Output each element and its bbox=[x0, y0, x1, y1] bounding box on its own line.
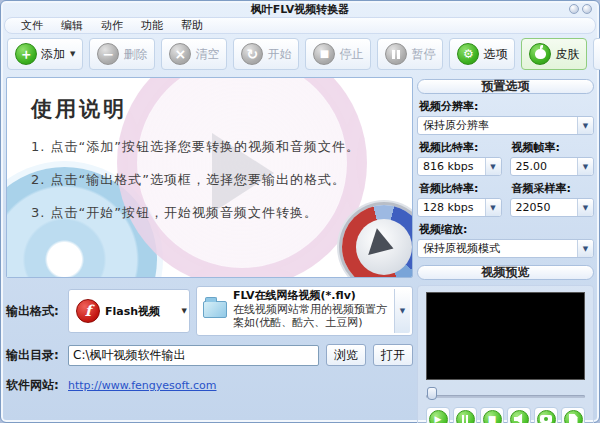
output-format-row: 输出格式: f Flash视频 ▼ FLV在线网络视频(*.flv) 在线视频网… bbox=[6, 286, 413, 336]
chevron-down-icon[interactable]: ▼ bbox=[577, 240, 593, 257]
format-select-value: Flash视频 bbox=[105, 304, 176, 319]
framerate-group: 视频帧率: 25.00 ▼ bbox=[510, 135, 595, 176]
resolution-label: 视频分辨率: bbox=[419, 99, 594, 114]
side-panel: 预置选项 视频分辨率: 保持原分辨率 ▼ 视频比特率: 816 kbps ▼ 视… bbox=[417, 77, 594, 423]
output-format-label: 输出格式: bbox=[6, 303, 68, 320]
left-column: 使用说明 1. 点击“添加”按钮选择您要转换的视频和音频文件。 2. 点击“输出… bbox=[6, 77, 413, 423]
options-button-label: 选项 bbox=[483, 46, 507, 63]
preview-snapshot-button[interactable] bbox=[534, 407, 558, 423]
framerate-label: 视频帧率: bbox=[512, 140, 595, 155]
stop-button[interactable]: ■ 停止 bbox=[305, 38, 371, 70]
apple-icon bbox=[529, 43, 551, 65]
close-button[interactable] bbox=[582, 4, 592, 14]
tools-icon: ⚙ bbox=[457, 43, 479, 65]
framerate-select[interactable]: 25.00 ▼ bbox=[510, 157, 595, 176]
delete-button[interactable]: − 删除 bbox=[89, 38, 155, 70]
instruction-step-1: 1. 点击“添加”按钮选择您要转换的视频和音频文件。 bbox=[31, 138, 412, 156]
video-bitrate-label: 视频比特率: bbox=[419, 140, 502, 155]
framerate-value: 25.00 bbox=[516, 160, 578, 173]
preview-pause-button[interactable] bbox=[453, 407, 477, 423]
chevron-down-icon[interactable]: ▼ bbox=[577, 117, 593, 134]
pause-button[interactable]: 暂停 bbox=[377, 38, 443, 70]
chevron-down-icon[interactable]: ▼ bbox=[577, 158, 593, 175]
preset-options-header: 预置选项 bbox=[417, 79, 594, 94]
instruction-step-2: 2. 点击“输出格式”选项框，选择您要输出的格式。 bbox=[31, 171, 412, 189]
video-bitrate-group: 视频比特率: 816 kbps ▼ bbox=[417, 135, 502, 176]
video-zoom-label: 视频缩放: bbox=[419, 222, 594, 237]
menu-bar: 文件 编辑 动作 功能 帮助 bbox=[4, 17, 596, 34]
preset-description: 在线视频网站常用的视频预置方案如(优酷、酷六、土豆网) bbox=[233, 303, 388, 329]
menu-file[interactable]: 文件 bbox=[13, 17, 51, 34]
audio-bitrate-group: 音频比特率: 128 kbps ▼ bbox=[417, 176, 502, 217]
folder-icon bbox=[203, 301, 227, 318]
menu-edit[interactable]: 编辑 bbox=[53, 17, 91, 34]
video-preview-panel: ▶ ■ bbox=[417, 285, 594, 423]
minus-icon: − bbox=[97, 43, 119, 65]
content-area: 使用说明 1. 点击“添加”按钮选择您要转换的视频和音频文件。 2. 点击“输出… bbox=[1, 75, 599, 423]
stop-button-label: 停止 bbox=[339, 46, 363, 63]
preview-play-button[interactable]: ▶ bbox=[426, 407, 450, 423]
open-button[interactable]: 打开 bbox=[373, 344, 413, 366]
app-window: 枫叶FLV视频转换器 文件 编辑 动作 功能 帮助 ＋ 添加 ▼ − 删除 × … bbox=[0, 0, 600, 423]
minimize-button[interactable] bbox=[569, 4, 579, 14]
buy-button[interactable]: 购买 bbox=[593, 38, 600, 70]
video-zoom-select[interactable]: 保持原视频模式 ▼ bbox=[417, 239, 594, 258]
audio-bitrate-label: 音频比特率: bbox=[419, 181, 502, 196]
pause-button-label: 暂停 bbox=[411, 46, 435, 63]
resolution-value: 保持原分辨率 bbox=[423, 118, 577, 133]
preview-stop-button[interactable]: ■ bbox=[480, 407, 504, 423]
menu-function[interactable]: 功能 bbox=[133, 17, 171, 34]
resolution-select[interactable]: 保持原分辨率 ▼ bbox=[417, 116, 594, 135]
output-directory-input[interactable] bbox=[68, 345, 319, 366]
window-title: 枫叶FLV视频转换器 bbox=[251, 2, 350, 17]
seek-track[interactable] bbox=[426, 395, 585, 398]
preset-select[interactable]: FLV在线网络视频(*.flv) 在线视频网站常用的视频预置方案如(优酷、酷六、… bbox=[196, 286, 413, 336]
pause-icon bbox=[385, 43, 407, 65]
preset-text: FLV在线网络视频(*.flv) 在线视频网站常用的视频预置方案如(优酷、酷六、… bbox=[233, 289, 388, 329]
chevron-down-icon[interactable]: ▼ bbox=[394, 289, 410, 333]
sample-rate-group: 音频采样率: 22050 ▼ bbox=[510, 176, 595, 217]
menu-action[interactable]: 动作 bbox=[93, 17, 131, 34]
menu-help[interactable]: 帮助 bbox=[173, 17, 211, 34]
start-icon: ↻ bbox=[241, 43, 263, 65]
browse-button[interactable]: 浏览 bbox=[326, 344, 366, 366]
instruction-step-3: 3. 点击“开始”按钮，开始视频音频文件转换。 bbox=[31, 204, 412, 222]
start-button[interactable]: ↻ 开始 bbox=[233, 38, 299, 70]
add-button[interactable]: ＋ 添加 ▼ bbox=[7, 38, 83, 70]
chevron-down-icon[interactable]: ▼ bbox=[485, 199, 501, 216]
video-zoom-value: 保持原视频模式 bbox=[423, 241, 577, 256]
clear-button[interactable]: × 清空 bbox=[161, 38, 227, 70]
preset-title: FLV在线网络视频(*.flv) bbox=[233, 289, 388, 303]
sample-rate-select[interactable]: 22050 ▼ bbox=[510, 198, 595, 217]
chevron-down-icon: ▼ bbox=[70, 50, 75, 58]
instructions-panel: 使用说明 1. 点击“添加”按钮选择您要转换的视频和音频文件。 2. 点击“输出… bbox=[6, 77, 413, 278]
clear-icon: × bbox=[169, 43, 191, 65]
seek-thumb[interactable] bbox=[427, 387, 437, 400]
video-screen bbox=[426, 292, 585, 380]
seek-bar[interactable] bbox=[426, 386, 585, 402]
website-link[interactable]: http://www.fengyesoft.com bbox=[68, 379, 217, 392]
options-button[interactable]: ⚙ 选项 bbox=[449, 38, 515, 70]
stop-icon: ■ bbox=[313, 43, 335, 65]
audio-row: 音频比特率: 128 kbps ▼ 音频采样率: 22050 ▼ bbox=[417, 176, 594, 217]
bitrate-framerate-row: 视频比特率: 816 kbps ▼ 视频帧率: 25.00 ▼ bbox=[417, 135, 594, 176]
chevron-down-icon[interactable]: ▼ bbox=[485, 158, 501, 175]
audio-bitrate-select[interactable]: 128 kbps ▼ bbox=[417, 198, 502, 217]
website-label: 软件网站: bbox=[6, 377, 68, 394]
stop-icon: ■ bbox=[483, 410, 502, 423]
preview-volume-button[interactable] bbox=[507, 407, 531, 423]
chevron-down-icon[interactable]: ▼ bbox=[577, 199, 593, 216]
plus-icon: ＋ bbox=[15, 43, 37, 65]
file-icon bbox=[564, 410, 583, 423]
play-icon: ▶ bbox=[429, 410, 448, 423]
format-select[interactable]: f Flash视频 ▼ bbox=[68, 289, 190, 333]
website-row: 软件网站: http://www.fengyesoft.com bbox=[6, 377, 413, 394]
skin-button[interactable]: 皮肤 bbox=[521, 38, 587, 70]
video-bitrate-select[interactable]: 816 kbps ▼ bbox=[417, 157, 502, 176]
video-preview-header: 视频预览 bbox=[417, 265, 594, 280]
output-directory-row: 输出目录: 浏览 打开 bbox=[6, 344, 413, 366]
pause-icon bbox=[456, 410, 475, 423]
instructions-title: 使用说明 bbox=[31, 95, 412, 123]
toolbar: ＋ 添加 ▼ − 删除 × 清空 ↻ 开始 ■ 停止 暂停 ⚙ 选项 bbox=[1, 34, 599, 75]
preview-open-file-button[interactable] bbox=[561, 407, 585, 423]
